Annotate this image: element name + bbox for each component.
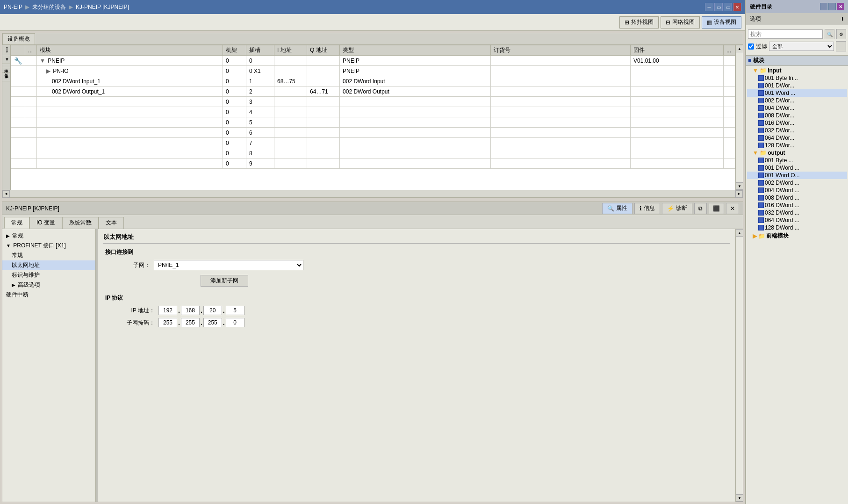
lower-body: ▶ 常规 ▼ PROFINET 接口 [X1] 常规 以太网地址 标识与维护 ▶… xyxy=(2,229,743,502)
horiz-scroll-track[interactable] xyxy=(11,192,734,196)
props-properties-btn[interactable]: 🔍 属性 xyxy=(602,203,632,214)
scroll-track[interactable] xyxy=(736,52,743,182)
table-row[interactable]: 03 xyxy=(11,97,735,107)
tab-general[interactable]: 常规 xyxy=(4,217,29,229)
maximize-button[interactable]: ▭ xyxy=(724,3,732,11)
table-row[interactable]: 🔧 ▼ PNEIP 0 0 PNEIP V01.01.00 xyxy=(11,56,735,66)
tree-item-008dword[interactable]: 008 DWor... xyxy=(747,112,847,119)
tree-out-001dword[interactable]: 001 DWord ... xyxy=(747,164,847,172)
tree-item-001byte[interactable]: 001 Byte In... xyxy=(747,74,847,82)
tree-item-004dword[interactable]: 004 DWor... xyxy=(747,104,847,112)
ip-octet-2[interactable] xyxy=(181,306,200,315)
mask-octet-4[interactable] xyxy=(226,318,244,327)
left-tab-1[interactable]: ⟺ xyxy=(2,45,10,55)
ip-octet-4[interactable] xyxy=(226,306,244,315)
mask-octet-3[interactable] xyxy=(203,318,222,327)
tree-out-128dword[interactable]: 128 DWord ... xyxy=(747,224,847,231)
catalog-close-btn[interactable]: ✕ xyxy=(837,3,844,10)
table-row[interactable]: 04 xyxy=(11,107,735,117)
filter-icon-btn[interactable] xyxy=(836,41,846,51)
table-row[interactable]: 06 xyxy=(11,128,735,138)
tree-out-032dword[interactable]: 032 DWord ... xyxy=(747,209,847,216)
scroll-right-btn[interactable]: ► xyxy=(735,190,743,198)
catalog-btn-2[interactable] xyxy=(828,3,836,10)
tree-out-064dword[interactable]: 064 DWord ... xyxy=(747,216,847,224)
props-info-btn[interactable]: ℹ 信息 xyxy=(634,203,660,214)
props-diag-btn[interactable]: ⚡ 诊断 xyxy=(662,203,692,214)
tab-io-vars[interactable]: IO 变量 xyxy=(29,217,62,229)
left-tab-4[interactable]: 设备 xyxy=(2,68,10,72)
overview-tab[interactable]: 设备概览 xyxy=(2,33,35,44)
tab-sys-const[interactable]: 系统常数 xyxy=(62,217,99,229)
table-row[interactable]: 07 xyxy=(11,138,735,148)
ip-octet-1[interactable] xyxy=(158,306,177,315)
restore-button[interactable]: ▭ xyxy=(714,3,723,11)
scroll-up-btn[interactable]: ▲ xyxy=(736,45,743,52)
tree-item-016dword[interactable]: 016 DWor... xyxy=(747,119,847,127)
tree-item-032dword[interactable]: 032 DWor... xyxy=(747,127,847,134)
upper-panel: 设备概览 ⟺ ▼ 模块 设备 ▶ ... 模块 机 xyxy=(2,33,743,198)
lower-scroll-down[interactable]: ▼ xyxy=(736,494,743,502)
table-row[interactable]: 002 DWord Output_1 0 2 64…71 002 DWord O… xyxy=(11,86,735,97)
table-row[interactable]: ▶ PN-IO 0 0 X1 PNEIP xyxy=(11,66,735,76)
tree-item-064dword[interactable]: 064 DWor... xyxy=(747,134,847,142)
lower-panel-expand-btn[interactable]: ⬛ xyxy=(709,203,724,214)
tree-out-001word[interactable]: 001 Word O... xyxy=(747,172,847,179)
sidebar-item-id-maint[interactable]: 标识与维护 xyxy=(2,270,95,280)
lower-vert-scrollbar[interactable]: ▲ ▼ xyxy=(735,229,743,502)
device-view-button[interactable]: ▦ 设备视图 xyxy=(702,16,741,29)
tree-out-002dword[interactable]: 002 DWord ... xyxy=(747,179,847,187)
search-options-btn[interactable]: ⚙ xyxy=(836,29,846,39)
row-order xyxy=(491,76,631,86)
sidebar-item-advanced[interactable]: ▶ 高级选项 xyxy=(2,280,95,290)
sidebar-item-ethernet[interactable]: 以太网地址 xyxy=(2,260,95,270)
left-tab-5[interactable]: ▶ xyxy=(2,72,10,81)
sidebar-item-general[interactable]: ▶ 常规 xyxy=(2,231,95,241)
tree-out-001byte[interactable]: 001 Byte ... xyxy=(747,157,847,164)
sidebar-item-profinet[interactable]: ▼ PROFINET 接口 [X1] xyxy=(2,241,95,251)
filter-checkbox[interactable] xyxy=(748,43,754,50)
left-tab-3[interactable]: 模块 xyxy=(2,64,10,68)
scroll-left-btn[interactable]: ◄ xyxy=(2,190,10,198)
table-row[interactable]: 08 xyxy=(11,148,735,158)
filter-select[interactable]: 全部 xyxy=(769,42,834,51)
tree-item-001word[interactable]: 001 Word ... xyxy=(747,89,847,97)
catalog-search-input[interactable] xyxy=(748,29,823,39)
row-more xyxy=(724,66,735,76)
search-btn[interactable]: 🔍 xyxy=(825,29,834,39)
scroll-down-btn[interactable]: ▼ xyxy=(736,182,743,190)
tree-out-016dword[interactable]: 016 DWord ... xyxy=(747,202,847,209)
tree-item-002dword[interactable]: 002 DWor... xyxy=(747,97,847,104)
sidebar-item-hw-interrupt[interactable]: 硬件中断 xyxy=(2,290,95,300)
tree-out-008dword[interactable]: 008 DWord ... xyxy=(747,194,847,202)
tree-folder-output[interactable]: ▼ 📁 output xyxy=(747,149,847,157)
lower-panel-copy-btn[interactable]: ⧉ xyxy=(694,203,707,214)
table-horiz-scrollbar[interactable]: ◄ ► xyxy=(2,190,743,197)
tab-text[interactable]: 文本 xyxy=(99,217,124,229)
lower-scroll-up[interactable]: ▲ xyxy=(736,229,743,237)
topo-view-button[interactable]: ⊞ 拓扑视图 xyxy=(619,16,659,29)
add-subnet-button[interactable]: 添加新子网 xyxy=(201,275,248,287)
mask-octet-1[interactable] xyxy=(158,318,177,327)
tree-folder-frontend[interactable]: ▶ 📁 前端模块 xyxy=(747,231,847,240)
row-rack: 0 xyxy=(223,66,246,76)
mask-octet-2[interactable] xyxy=(181,318,200,327)
close-button[interactable]: ✕ xyxy=(733,3,741,11)
tree-item-001dword[interactable]: 001 DWor... xyxy=(747,82,847,89)
lower-panel-close-btn[interactable]: ✕ xyxy=(726,203,739,214)
left-tab-2[interactable]: ▼ xyxy=(2,55,10,64)
table-row[interactable]: 09 xyxy=(11,158,735,169)
tree-item-128dword[interactable]: 128 DWor... xyxy=(747,142,847,149)
network-view-button[interactable]: ⊟ 网络视图 xyxy=(661,16,700,29)
subnet-select[interactable]: PN/IE_1 xyxy=(154,260,303,270)
table-vert-scrollbar[interactable]: ▲ ▼ xyxy=(735,45,743,190)
table-row[interactable]: 002 DWord Input_1 0 1 68…75 002 DWord In… xyxy=(11,76,735,86)
sidebar-item-general2[interactable]: 常规 xyxy=(2,251,95,260)
tree-folder-input[interactable]: ▼ 📁 input xyxy=(747,67,847,74)
tree-out-004dword[interactable]: 004 DWord ... xyxy=(747,187,847,194)
table-row[interactable]: 05 xyxy=(11,117,735,128)
catalog-btn-1[interactable] xyxy=(820,3,827,10)
ip-octet-3[interactable] xyxy=(203,306,222,315)
path-group: 未分组的设备 xyxy=(32,3,66,11)
minimize-button[interactable]: ─ xyxy=(705,3,713,11)
